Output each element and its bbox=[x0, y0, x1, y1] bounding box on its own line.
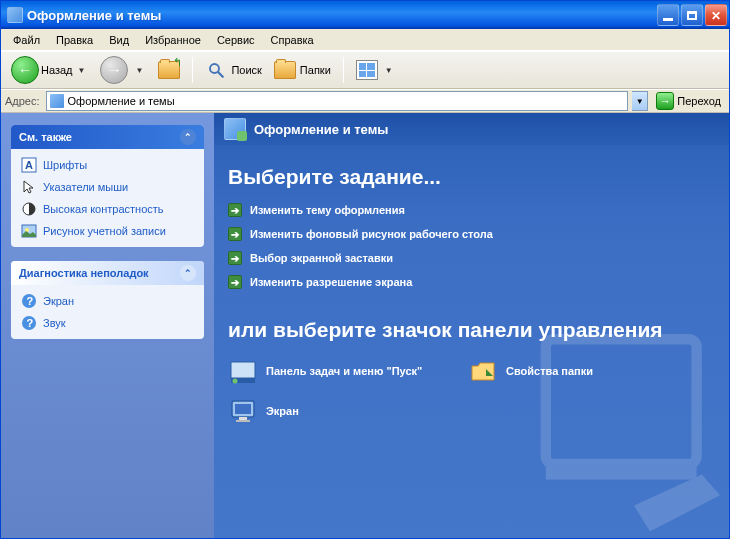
panel-title: См. также bbox=[19, 131, 72, 143]
panel-header[interactable]: Диагностика неполадок ⌃ bbox=[11, 261, 204, 285]
minimize-button[interactable] bbox=[657, 4, 679, 26]
cp-label: Панель задач и меню "Пуск" bbox=[266, 365, 422, 377]
menu-help[interactable]: Справка bbox=[263, 32, 322, 48]
mouse-icon bbox=[21, 179, 37, 195]
folder-up-icon: ↰ bbox=[158, 59, 180, 81]
window-controls bbox=[657, 4, 727, 26]
link-mouse-pointers[interactable]: Указатели мыши bbox=[21, 179, 194, 195]
task-label: Изменить разрешение экрана bbox=[250, 276, 412, 288]
back-label: Назад bbox=[41, 64, 73, 76]
svg-rect-12 bbox=[546, 464, 697, 480]
search-button[interactable]: Поиск bbox=[201, 57, 265, 83]
arrow-icon: ➔ bbox=[228, 275, 242, 289]
cp-taskbar[interactable]: Панель задач и меню "Пуск" bbox=[228, 356, 428, 386]
taskbar-icon bbox=[228, 356, 258, 386]
menu-favorites[interactable]: Избранное bbox=[137, 32, 209, 48]
task-label: Изменить тему оформления bbox=[250, 204, 405, 216]
display-icon bbox=[228, 396, 258, 426]
link-display-troubleshoot[interactable]: ? Экран bbox=[21, 293, 194, 309]
link-account-picture[interactable]: Рисунок учетной записи bbox=[21, 223, 194, 239]
views-button[interactable]: ▼ bbox=[352, 58, 400, 82]
up-button[interactable]: ↰ bbox=[154, 57, 184, 83]
menu-edit[interactable]: Правка bbox=[48, 32, 101, 48]
help-icon: ? bbox=[21, 315, 37, 331]
svg-rect-18 bbox=[239, 417, 247, 420]
control-panel-icons: Панель задач и меню "Пуск" Свойства папк… bbox=[214, 342, 729, 426]
go-label: Переход bbox=[677, 95, 721, 107]
collapse-icon[interactable]: ⌃ bbox=[180, 265, 196, 281]
menu-file[interactable]: Файл bbox=[5, 32, 48, 48]
address-field[interactable] bbox=[46, 91, 629, 111]
contrast-icon bbox=[21, 201, 37, 217]
forward-dropdown-icon[interactable]: ▼ bbox=[132, 66, 146, 75]
link-label: Шрифты bbox=[43, 159, 87, 171]
views-icon bbox=[356, 60, 378, 80]
views-dropdown-icon[interactable]: ▼ bbox=[382, 66, 396, 75]
svg-point-15 bbox=[233, 379, 238, 384]
panel-title: Диагностика неполадок bbox=[19, 267, 149, 279]
menu-tools[interactable]: Сервис bbox=[209, 32, 263, 48]
task-resolution[interactable]: ➔ Изменить разрешение экрана bbox=[228, 275, 715, 289]
task-change-theme[interactable]: ➔ Изменить тему оформления bbox=[228, 203, 715, 217]
cp-folder-options[interactable]: Свойства папки bbox=[468, 356, 668, 386]
link-fonts[interactable]: A Шрифты bbox=[21, 157, 194, 173]
pick-task-heading: Выберите задание... bbox=[228, 165, 715, 189]
svg-text:?: ? bbox=[27, 317, 34, 329]
explorer-window: Оформление и темы Файл Правка Вид Избран… bbox=[0, 0, 730, 539]
or-pick-heading: или выберите значок панели управления bbox=[228, 317, 715, 342]
link-label: Звук bbox=[43, 317, 66, 329]
cp-label: Экран bbox=[266, 405, 299, 417]
folders-button[interactable]: Папки bbox=[270, 57, 335, 83]
task-label: Выбор экранной заставки bbox=[250, 252, 393, 264]
close-button[interactable] bbox=[705, 4, 727, 26]
content-area: См. также ⌃ A Шрифты Указатели мыши Высо… bbox=[1, 113, 729, 538]
titlebar: Оформление и темы bbox=[1, 1, 729, 29]
toolbar: ← Назад ▼ → ▼ ↰ Поиск Папки ▼ bbox=[1, 51, 729, 89]
panel-body: A Шрифты Указатели мыши Высокая контраст… bbox=[11, 149, 204, 247]
link-label: Указатели мыши bbox=[43, 181, 128, 193]
task-change-background[interactable]: ➔ Изменить фоновый рисунок рабочего стол… bbox=[228, 227, 715, 241]
go-button[interactable]: → Переход bbox=[652, 92, 725, 110]
link-sound-troubleshoot[interactable]: ? Звук bbox=[21, 315, 194, 331]
panel-body: ? Экран ? Звук bbox=[11, 285, 204, 339]
back-button[interactable]: ← Назад ▼ bbox=[7, 54, 92, 86]
panel-see-also: См. также ⌃ A Шрифты Указатели мыши Высо… bbox=[11, 125, 204, 247]
folders-icon bbox=[274, 59, 296, 81]
menu-view[interactable]: Вид bbox=[101, 32, 137, 48]
svg-rect-13 bbox=[231, 362, 255, 378]
svg-rect-17 bbox=[235, 404, 251, 414]
category-title: Оформление и темы bbox=[254, 122, 388, 137]
back-dropdown-icon[interactable]: ▼ bbox=[75, 66, 89, 75]
app-icon bbox=[7, 7, 23, 23]
link-label: Высокая контрастность bbox=[43, 203, 164, 215]
menubar: Файл Правка Вид Избранное Сервис Справка bbox=[1, 29, 729, 51]
svg-text:?: ? bbox=[27, 295, 34, 307]
arrow-icon: ➔ bbox=[228, 203, 242, 217]
go-arrow-icon: → bbox=[656, 92, 674, 110]
arrow-icon: ➔ bbox=[228, 251, 242, 265]
category-header: Оформление и темы bbox=[214, 113, 729, 145]
toolbar-separator bbox=[343, 57, 344, 83]
folders-label: Папки bbox=[300, 64, 331, 76]
address-input[interactable] bbox=[68, 95, 625, 107]
svg-point-6 bbox=[25, 228, 29, 232]
cp-display[interactable]: Экран bbox=[228, 396, 428, 426]
address-dropdown[interactable]: ▼ bbox=[632, 91, 648, 111]
task-list: ➔ Изменить тему оформления ➔ Изменить фо… bbox=[214, 189, 729, 289]
link-label: Экран bbox=[43, 295, 74, 307]
task-screensaver[interactable]: ➔ Выбор экранной заставки bbox=[228, 251, 715, 265]
panel-header[interactable]: См. также ⌃ bbox=[11, 125, 204, 149]
help-icon: ? bbox=[21, 293, 37, 309]
maximize-button[interactable] bbox=[681, 4, 703, 26]
collapse-icon[interactable]: ⌃ bbox=[180, 129, 196, 145]
toolbar-separator bbox=[192, 57, 193, 83]
category-icon bbox=[224, 118, 246, 140]
search-icon bbox=[205, 59, 227, 81]
link-high-contrast[interactable]: Высокая контрастность bbox=[21, 201, 194, 217]
or-pick-heading-row: или выберите значок панели управления bbox=[214, 289, 729, 342]
forward-button[interactable]: → ▼ bbox=[96, 54, 150, 86]
pick-task-heading-row: Выберите задание... bbox=[214, 145, 729, 189]
search-label: Поиск bbox=[231, 64, 261, 76]
svg-rect-19 bbox=[236, 420, 250, 422]
task-label: Изменить фоновый рисунок рабочего стола bbox=[250, 228, 493, 240]
